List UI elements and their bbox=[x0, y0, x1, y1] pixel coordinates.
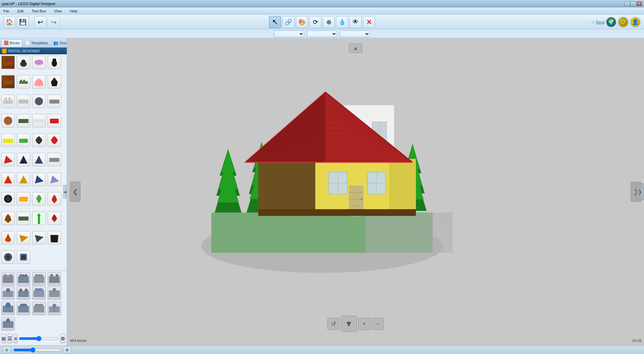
brick-item[interactable] bbox=[1, 192, 15, 205]
brick-item[interactable] bbox=[17, 173, 30, 186]
tab-groups[interactable]: 👥 Groups bbox=[51, 39, 67, 47]
brick-item[interactable] bbox=[1, 231, 15, 244]
brick-large-item[interactable] bbox=[32, 302, 46, 315]
brick-large-item[interactable] bbox=[48, 272, 61, 286]
brick-large-item[interactable] bbox=[1, 272, 15, 286]
brick-item[interactable] bbox=[17, 56, 30, 69]
brick-item[interactable] bbox=[48, 95, 61, 108]
canvas-scroll-up-button[interactable]: ▲ bbox=[349, 44, 362, 53]
brick-large-item[interactable] bbox=[32, 272, 46, 286]
brick-large-item[interactable] bbox=[32, 286, 46, 300]
brick-item[interactable] bbox=[32, 75, 46, 88]
brick-item[interactable] bbox=[48, 173, 61, 186]
minimize-button[interactable]: ─ bbox=[625, 1, 630, 6]
dropdown-1[interactable] bbox=[274, 31, 304, 37]
brick-large-item[interactable] bbox=[1, 286, 15, 300]
collapse-sidebar-button[interactable]: ◀ bbox=[63, 185, 67, 198]
dropdown-3[interactable] bbox=[340, 31, 370, 37]
brick-item[interactable] bbox=[48, 231, 61, 244]
save-button[interactable]: 💾 bbox=[17, 16, 29, 28]
brick-item[interactable] bbox=[17, 153, 30, 166]
tab-bricks[interactable]: 🧱 Bricks bbox=[1, 39, 22, 47]
brick-item[interactable] bbox=[17, 231, 30, 244]
menu-file[interactable]: File bbox=[2, 8, 11, 14]
brick-item[interactable] bbox=[17, 133, 30, 147]
close-button[interactable]: ✕ bbox=[637, 1, 642, 6]
brick-item[interactable] bbox=[32, 133, 46, 147]
zoom-in-button[interactable]: + bbox=[358, 318, 370, 330]
brick-item[interactable] bbox=[17, 192, 30, 205]
brick-item[interactable] bbox=[32, 153, 46, 166]
brick-item[interactable] bbox=[32, 114, 46, 127]
brick-item[interactable] bbox=[1, 95, 15, 108]
dropdown-2[interactable] bbox=[307, 31, 337, 37]
globe-icon[interactable]: 🌍 bbox=[606, 17, 616, 27]
zoom-status-slider[interactable] bbox=[13, 348, 60, 352]
hinge-tool[interactable]: 🔗 bbox=[282, 16, 294, 28]
brick-item[interactable] bbox=[48, 75, 61, 88]
brick-item[interactable] bbox=[48, 192, 61, 205]
brick-item[interactable] bbox=[32, 231, 46, 244]
brick-item[interactable] bbox=[1, 56, 15, 69]
brick-item[interactable] bbox=[48, 153, 61, 166]
brick-item[interactable] bbox=[1, 153, 15, 166]
brick-item[interactable] bbox=[32, 212, 46, 225]
brick-large-item[interactable] bbox=[17, 272, 30, 286]
brick-item[interactable] bbox=[17, 250, 30, 264]
brick-item[interactable] bbox=[32, 192, 46, 205]
rotate-button[interactable]: ↺ bbox=[327, 318, 339, 330]
view-grid-button[interactable]: ⊞ bbox=[1, 334, 6, 343]
brick-item[interactable] bbox=[1, 114, 15, 127]
brick-large-item[interactable] bbox=[17, 302, 30, 315]
brick-item[interactable] bbox=[1, 75, 15, 88]
flex-tool[interactable]: ⟳ bbox=[309, 16, 321, 28]
zoom-slider[interactable] bbox=[19, 337, 59, 340]
brick-item[interactable] bbox=[32, 56, 46, 69]
sidebar-settings-button[interactable]: ⚙ bbox=[60, 334, 65, 343]
maximize-button[interactable]: □ bbox=[631, 1, 636, 6]
select-tool[interactable]: ↖ bbox=[269, 16, 281, 28]
menu-help[interactable]: Help bbox=[69, 8, 79, 14]
hide-tool[interactable]: 👁 bbox=[350, 16, 362, 28]
home-button[interactable]: 🏠 bbox=[3, 16, 15, 28]
zoom-out-button[interactable]: − bbox=[372, 318, 384, 330]
brick-item[interactable] bbox=[48, 133, 61, 147]
brick-item[interactable] bbox=[48, 56, 61, 69]
move-tool[interactable]: ⊕ bbox=[323, 16, 335, 28]
brick-item[interactable] bbox=[17, 114, 30, 127]
nav-left-button[interactable]: ❮ bbox=[70, 182, 80, 202]
brick-item[interactable] bbox=[17, 212, 30, 225]
menu-toolbox[interactable]: Tool Box bbox=[31, 8, 47, 14]
send-button[interactable]: Send bbox=[596, 20, 604, 24]
brick-large-item[interactable] bbox=[17, 286, 30, 300]
right-edge-arrow-button[interactable]: ❯ bbox=[636, 183, 644, 200]
user-icon[interactable]: 👤 bbox=[630, 17, 641, 27]
brick-large-item[interactable] bbox=[48, 286, 61, 300]
brick-item[interactable] bbox=[48, 114, 61, 127]
redo-button[interactable]: ↪ bbox=[48, 16, 60, 28]
brick-item[interactable] bbox=[17, 95, 30, 108]
shield-icon[interactable]: 🛡 bbox=[618, 17, 629, 27]
zoom-out-status-button[interactable]: ⊖ bbox=[3, 347, 11, 353]
menu-edit[interactable]: Edit bbox=[16, 8, 25, 14]
brick-single-item[interactable] bbox=[1, 317, 15, 331]
brick-item[interactable] bbox=[1, 173, 15, 186]
brick-item[interactable] bbox=[1, 133, 15, 147]
menu-view[interactable]: View bbox=[53, 8, 63, 14]
view-details-button[interactable]: ≡ bbox=[14, 334, 17, 343]
brick-item[interactable] bbox=[48, 212, 61, 225]
brick-item[interactable] bbox=[1, 250, 15, 264]
delete-tool[interactable]: ✕ bbox=[363, 16, 375, 28]
brick-large-item[interactable] bbox=[48, 302, 61, 315]
brick-item[interactable] bbox=[17, 75, 30, 88]
brick-large-item[interactable] bbox=[1, 302, 15, 315]
brick-item[interactable] bbox=[32, 95, 46, 108]
undo-button[interactable]: ↩ bbox=[34, 16, 46, 28]
view-list-button[interactable]: ☰ bbox=[7, 334, 12, 343]
tab-templates[interactable]: 📄 Templates bbox=[23, 39, 50, 47]
move-down-button[interactable]: ▼ bbox=[341, 316, 357, 332]
brick-item[interactable] bbox=[1, 212, 15, 225]
zoom-in-status-button[interactable]: ⊕ bbox=[63, 347, 71, 353]
paint-tool[interactable]: 🎨 bbox=[296, 16, 308, 28]
eyedropper-tool[interactable]: 💧 bbox=[336, 16, 348, 28]
